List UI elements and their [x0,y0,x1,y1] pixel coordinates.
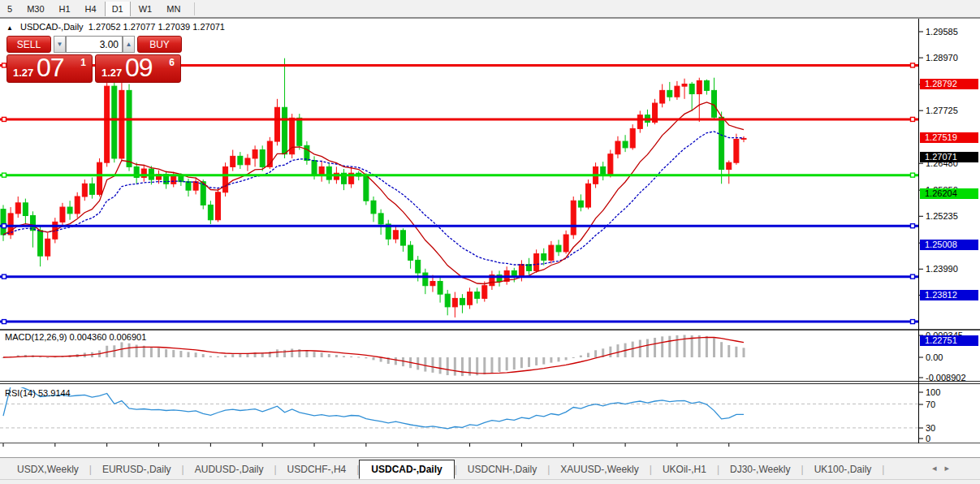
tab-separator: | [882,464,884,475]
candle [452,298,457,306]
macd-bar [447,357,449,375]
timeframe-button-h4[interactable]: H4 [79,2,103,15]
current-price-badge: 1.27071 [920,152,978,162]
candle [682,84,687,87]
candle [231,156,235,166]
macd-bar [224,356,227,357]
line-handle[interactable] [2,224,6,228]
candle [689,84,694,94]
macd-bar [720,342,723,357]
candle [623,141,628,148]
macd-bar [513,357,516,369]
macd-bar [483,357,486,374]
volume-decrease-button[interactable]: ▼ [54,36,66,53]
candle [23,203,28,216]
macd-bar [676,335,678,357]
candle [38,231,43,256]
candle [719,117,724,169]
chart-tab-usdx[interactable]: USDX,Weekly [6,460,89,478]
chart-tab-dj30[interactable]: DJ30-,Weekly [719,460,801,478]
candle [438,281,443,294]
candle [482,286,487,299]
buy-price-panel[interactable]: 1.27 09 6 [95,54,181,83]
line-handle[interactable] [911,117,915,121]
line-handle[interactable] [2,63,6,67]
macd-bar [594,350,597,357]
volume-increase-button[interactable]: ▲ [123,36,135,53]
macd-bar [179,351,182,357]
indicator-tick-label: -0.008902 [926,373,966,382]
macd-bar [661,336,663,357]
candle [615,141,620,154]
sell-price-panel[interactable]: 1.27 07 1 [6,54,93,83]
timeframe-button-5[interactable]: 5 [1,2,19,15]
volume-input[interactable] [66,36,123,53]
macd-bar [580,356,582,357]
timeframe-button-h1[interactable]: H1 [53,2,77,15]
line-handle[interactable] [911,63,915,67]
indicator-tick-label: 0.00 [926,352,943,362]
macd-signal-value: 0.006901 [109,332,146,342]
macd-main-value: 0.004360 [69,332,106,342]
line-handle[interactable] [2,320,6,324]
line-handle[interactable] [911,320,915,324]
macd-bar [461,357,464,376]
hline-price-badge: 1.26204 [920,188,978,199]
candle [430,281,435,285]
timeframe-button-w1[interactable]: W1 [132,2,159,15]
chart-window[interactable]: ▲ USDCAD-,Daily 1.27052 1.27077 1.27039 … [0,19,980,484]
chart-tab-usdcad[interactable]: USDCAD-,Daily [359,460,454,479]
timeframe-button-m30[interactable]: M30 [20,2,50,15]
candle [675,86,680,97]
candle [253,150,257,158]
candle [578,201,583,207]
timeframe-button-d1[interactable]: D1 [105,2,131,16]
chart-tab-audusd[interactable]: AUDUSD-,Daily [184,460,274,478]
candle [201,182,205,205]
line-handle[interactable] [2,117,6,121]
line-handle[interactable] [2,173,6,177]
buy-button[interactable]: BUY [137,36,182,53]
chart-tab-usdchf[interactable]: USDCHF-,H4 [277,460,357,478]
candle [304,145,309,160]
line-handle[interactable] [2,274,6,279]
macd-bar [195,352,197,357]
macd-bar [572,357,575,358]
macd-bar [202,354,205,357]
collapse-triangle-icon[interactable]: ▲ [6,24,13,32]
candle [727,162,732,169]
macd-bar [424,357,426,372]
chart-tab-ukoil[interactable]: UKOil-,H1 [652,460,717,478]
candle [297,118,302,145]
chart-tab-uk100[interactable]: UK100-,Daily [804,460,883,478]
sell-button[interactable]: SELL [6,36,51,53]
candle [45,239,50,256]
macd-bar [550,357,552,363]
macd-bar [291,348,293,357]
chart-canvas[interactable] [0,19,980,484]
line-handle[interactable] [911,173,915,177]
macd-bar [713,338,715,357]
tab-scroll-right-icon[interactable]: ▸ [944,463,957,473]
line-handle[interactable] [911,274,915,279]
price-tick-label: 1.27725 [926,106,958,115]
candle [105,86,110,162]
macd-bar [165,349,167,357]
macd-bar [542,357,545,365]
candle [741,138,746,139]
hline-price-badge: 1.27519 [920,132,978,143]
tab-scroll-left-icon[interactable]: ◂ [932,463,945,473]
candle [400,231,405,245]
candle [208,205,213,219]
hline-price-badge: 1.25008 [920,240,978,250]
macd-bar [209,356,212,357]
candle [667,90,672,97]
macd-bar [335,355,338,357]
arrow-up-icon: ▲ [126,41,132,48]
chart-tab-usdcnh[interactable]: USDCNH-,Daily [457,460,547,478]
chart-tab-xauusd[interactable]: XAUUSD-,Weekly [550,460,649,478]
candle [186,182,191,190]
chart-tab-eurusd[interactable]: EURUSD-,Daily [92,460,182,478]
line-handle[interactable] [911,224,915,228]
timeframe-button-mn[interactable]: MN [160,2,187,15]
